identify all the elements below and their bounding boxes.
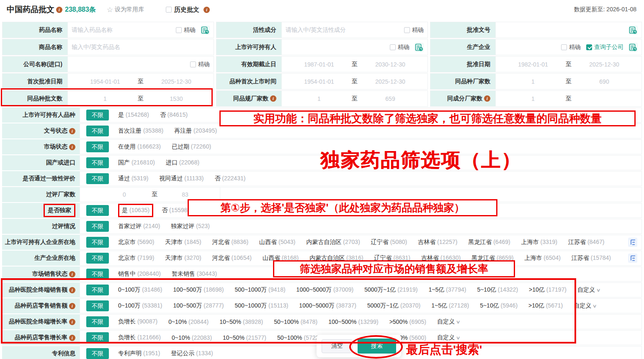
filter-option[interactable]: 专利声明 (1951) xyxy=(118,350,160,357)
filter-option[interactable]: 否 (222431) xyxy=(214,175,245,182)
info-icon[interactable]: i xyxy=(270,95,276,102)
unlimited-button[interactable]: 不限 xyxy=(86,205,109,216)
filter-option[interactable]: >10亿 (17197) xyxy=(529,286,567,294)
filter-option[interactable]: 江苏省 (8467) xyxy=(568,238,604,246)
filter-option[interactable]: 已过期 (72260) xyxy=(172,143,211,151)
checkbox[interactable] xyxy=(390,44,396,50)
info-icon[interactable]: i xyxy=(69,144,75,150)
filter-option[interactable]: 国产 (216810) xyxy=(118,159,155,167)
range-from-input[interactable]: 1954-01-01 xyxy=(87,78,123,85)
filter-option[interactable]: 通过 (5319) xyxy=(118,175,148,182)
range-to-input[interactable]: 2025-12-30 xyxy=(372,78,408,85)
unlimited-button[interactable]: 不限 xyxy=(86,253,109,264)
info-icon[interactable]: i xyxy=(69,335,75,341)
exact-checkbox[interactable]: 精确 xyxy=(176,26,196,34)
expand-tree-icon[interactable] xyxy=(628,254,637,263)
filter-option[interactable]: 黑龙江省 (6469) xyxy=(468,238,510,246)
filter-option[interactable]: 河北省 (10654) xyxy=(212,254,252,262)
info-icon[interactable]: i xyxy=(69,271,75,277)
filter-option[interactable]: 进口 (22068) xyxy=(166,159,199,167)
info-icon[interactable]: i xyxy=(69,303,75,309)
range-from-input[interactable]: 1 xyxy=(515,78,551,85)
unlimited-button[interactable]: 不限 xyxy=(86,173,109,184)
filter-option[interactable]: 1~5亿 (37794) xyxy=(428,286,466,294)
range-to-input[interactable]: 2025-12-30 xyxy=(158,78,194,85)
range-to-input[interactable]: 690 xyxy=(586,78,622,85)
custom-range-dropdown[interactable]: 自定义∨ xyxy=(577,286,600,294)
filter-option[interactable]: 独家过评 (523) xyxy=(171,223,210,230)
filter-option[interactable]: 北京市 (7199) xyxy=(118,254,154,262)
checkbox[interactable] xyxy=(586,44,592,50)
subsidiary-checkbox[interactable]: 查询子公司 xyxy=(586,44,623,51)
search-button[interactable]: 搜索 xyxy=(358,338,396,354)
exact-checkbox[interactable]: 精确 xyxy=(190,61,210,68)
checkbox[interactable] xyxy=(561,44,567,50)
text-input[interactable]: 输入中/英文药品名 xyxy=(72,44,210,51)
unlimited-button[interactable]: 不限 xyxy=(86,157,109,168)
info-icon[interactable]: i xyxy=(69,287,75,293)
filter-option[interactable]: 50~100% (5722) xyxy=(277,334,321,341)
unlimited-button[interactable]: 不限 xyxy=(86,348,109,359)
batch-import-icon[interactable] xyxy=(629,43,638,52)
range-to-input[interactable]: 659 xyxy=(372,95,408,102)
filter-option[interactable]: 5000万~1亿 (21919) xyxy=(364,286,417,294)
batch-import-icon[interactable] xyxy=(629,26,638,35)
exact-checkbox[interactable]: 精确 xyxy=(561,44,581,51)
unlimited-button[interactable]: 不限 xyxy=(86,237,109,248)
text-input[interactable]: 请输入中/英文活性成分 xyxy=(286,26,399,34)
filter-option[interactable]: 北京市 (5690) xyxy=(118,238,154,246)
filter-option[interactable]: 上海市 (6504) xyxy=(524,254,560,262)
filter-option[interactable]: 0~100万 (53381) xyxy=(118,302,162,310)
filter-option[interactable]: 1000~5000万 (38737) xyxy=(299,302,356,310)
filter-option[interactable]: 首次注册 (35388) xyxy=(118,127,163,135)
clear-button[interactable]: 清空 xyxy=(322,339,353,353)
filter-option[interactable]: 内蒙古自治区 (2703) xyxy=(306,238,360,246)
range-to-input[interactable]: 2030-12-30 xyxy=(372,61,408,68)
filter-option[interactable]: 500~1000万 (9418) xyxy=(235,286,286,294)
filter-option[interactable]: 0~10% (20844) xyxy=(168,318,209,325)
expand-tree-icon[interactable] xyxy=(628,238,637,247)
checkbox[interactable] xyxy=(190,62,196,67)
filter-option[interactable]: 是 (154268) xyxy=(118,111,149,119)
range-from-input[interactable]: 1 xyxy=(87,95,123,102)
checkbox[interactable] xyxy=(166,7,172,13)
range-from-input[interactable]: 1 xyxy=(515,95,551,102)
range-from-input[interactable]: 1 xyxy=(301,95,337,102)
filter-option[interactable]: 吉林省 (12257) xyxy=(418,238,457,246)
filter-option[interactable]: 0~10% (22083) xyxy=(172,334,212,341)
unlimited-button[interactable]: 不限 xyxy=(86,141,109,152)
filter-option[interactable]: 500~1000万 (15113) xyxy=(235,302,289,310)
filter-option[interactable]: 山西省 (5043) xyxy=(259,238,295,246)
info-icon[interactable]: i xyxy=(484,95,490,102)
range-to-input[interactable]: 2025-12-30 xyxy=(586,61,622,68)
unlimited-button[interactable]: 不限 xyxy=(86,300,109,311)
filter-option[interactable]: 是 (10635) xyxy=(118,204,153,217)
unlimited-button[interactable]: 不限 xyxy=(86,285,109,295)
filter-option[interactable]: 销售中 (208440) xyxy=(118,270,161,278)
filter-option[interactable]: 负增长 (90087) xyxy=(118,318,157,326)
range-from-input[interactable]: 1982-01-01 xyxy=(515,61,551,68)
unlimited-button[interactable]: 不限 xyxy=(86,126,109,136)
batch-import-icon[interactable] xyxy=(415,43,424,52)
custom-range-dropdown[interactable]: 自定义∨ xyxy=(437,334,460,341)
batch-import-icon[interactable] xyxy=(201,26,210,35)
filter-option[interactable]: 再注册 (203495) xyxy=(174,127,217,135)
checkbox[interactable] xyxy=(176,27,182,33)
custom-range-dropdown[interactable]: 自定义∨ xyxy=(574,302,596,310)
unlimited-button[interactable]: 不限 xyxy=(86,332,109,343)
range-from-input[interactable]: 0 xyxy=(114,191,135,198)
filter-option[interactable]: 5000万~1亿 (20370) xyxy=(367,302,420,310)
checkbox[interactable] xyxy=(404,27,410,33)
filter-option[interactable]: 首家过评 (2140) xyxy=(118,223,160,230)
filter-option[interactable]: 100~500% (13299) xyxy=(328,318,379,325)
set-favorite-button[interactable]: ☆ 设为常用库 xyxy=(107,6,144,13)
filter-option[interactable]: 否 (84615) xyxy=(160,111,188,119)
filter-option[interactable]: 5~10亿 (14322) xyxy=(477,286,518,294)
filter-option[interactable]: 1~5亿 (27128) xyxy=(431,302,469,310)
range-to-input[interactable]: 1530 xyxy=(158,95,194,102)
range-from-input[interactable]: 1954-01-01 xyxy=(301,78,337,85)
range-to-input[interactable]: 83 xyxy=(175,191,196,198)
filter-option[interactable]: 在使用 (166623) xyxy=(118,143,161,151)
filter-option[interactable]: 河北省 (8836) xyxy=(212,238,248,246)
filter-option[interactable]: 5~10亿 (5946) xyxy=(480,302,518,310)
